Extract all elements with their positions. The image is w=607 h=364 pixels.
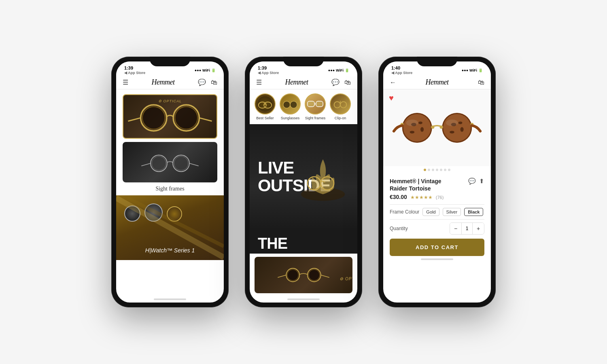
story-circle-clipon bbox=[330, 93, 351, 114]
screen-1: 1:39 ◀ App Store ●●●WiFi🔋 ☰ Hemmet 💬 🛍 ⚙… bbox=[116, 61, 224, 303]
menu-icon-2[interactable]: ☰ bbox=[256, 78, 262, 86]
story-sunglasses[interactable]: Sunglasses bbox=[280, 93, 301, 120]
colour-label: Frame Colour bbox=[390, 209, 419, 215]
story-circle-bestseller bbox=[255, 93, 276, 114]
share-icon[interactable]: ⬆ bbox=[479, 178, 484, 185]
qty-decrease-btn[interactable]: − bbox=[450, 223, 461, 234]
add-to-cart-button[interactable]: ADD TO CART bbox=[390, 239, 484, 256]
product-stars: ★★★★★ bbox=[410, 195, 433, 200]
heart-icon[interactable]: ♥ bbox=[389, 93, 394, 103]
brand-logo-3: Hemmet bbox=[426, 78, 449, 87]
story-clipon[interactable]: Clip-on bbox=[330, 93, 351, 120]
cart-icon-2[interactable]: 🛍 bbox=[344, 79, 351, 86]
time-1: 1:39 bbox=[124, 66, 145, 70]
dot-3[interactable] bbox=[432, 169, 434, 171]
svg-rect-21 bbox=[316, 101, 323, 106]
message-icon[interactable]: 💬 bbox=[468, 178, 476, 185]
svg-point-40 bbox=[410, 131, 414, 133]
nav-right-2: 💬 🛍 bbox=[331, 78, 351, 86]
brand-logo-2: Hemmet bbox=[285, 78, 308, 87]
hero-banner: LIVE OUTSIDE bbox=[250, 124, 357, 229]
dot-6[interactable] bbox=[444, 169, 446, 171]
screen-3: 1:40 ◀ App Store ●●●WiFi🔋 ← Hemmet 🛍 ♥ bbox=[383, 61, 491, 303]
divider-1 bbox=[390, 204, 484, 205]
svg-point-45 bbox=[461, 127, 464, 132]
story-sightframes[interactable]: Sight frames bbox=[305, 93, 326, 120]
svg-line-11 bbox=[189, 163, 199, 165]
product-name-line1: Hemmet® | Vintage bbox=[390, 178, 441, 185]
notch-2 bbox=[283, 57, 324, 66]
stories-row: Best Seller Sunglasses Sight frames bbox=[250, 89, 357, 124]
content-2: Best Seller Sunglasses Sight frames bbox=[250, 89, 357, 296]
dot-2[interactable] bbox=[428, 169, 430, 171]
phone-1: 1:39 ◀ App Store ●●●WiFi🔋 ☰ Hemmet 💬 🛍 ⚙… bbox=[111, 57, 229, 307]
svg-point-47 bbox=[431, 125, 434, 129]
time-2: 1:39 bbox=[258, 66, 279, 70]
back-store-3: ◀ App Store bbox=[391, 71, 412, 75]
chat-icon-2[interactable]: 💬 bbox=[331, 78, 340, 86]
product-price: €30.00 bbox=[390, 194, 407, 200]
cart-icon-1[interactable]: 🛍 bbox=[211, 79, 217, 86]
qty-increase-btn[interactable]: + bbox=[473, 223, 484, 234]
svg-line-5 bbox=[199, 118, 212, 121]
status-icons-2: ●●●WiFi🔋 bbox=[328, 68, 349, 72]
svg-point-19 bbox=[290, 101, 297, 108]
time-3: 1:40 bbox=[391, 66, 412, 70]
colour-black[interactable]: Black bbox=[464, 208, 483, 216]
svg-point-44 bbox=[458, 121, 463, 124]
svg-point-46 bbox=[450, 131, 454, 133]
story-label-clipon: Clip-on bbox=[335, 116, 346, 120]
product-card-bottom[interactable]: ⚙ OPTICAL bbox=[255, 257, 352, 293]
product-action-icons: 💬 ⬆ bbox=[468, 178, 484, 185]
dot-1[interactable] bbox=[424, 169, 426, 171]
svg-point-35 bbox=[402, 113, 432, 143]
back-store-2: ◀ App Store bbox=[258, 71, 279, 75]
svg-line-10 bbox=[141, 163, 151, 165]
notch-1 bbox=[150, 57, 190, 66]
quantity-control: − 1 + bbox=[450, 222, 484, 235]
phone-2: 1:39 ◀ App Store ●●●WiFi🔋 ☰ Hemmet 💬 🛍 bbox=[245, 57, 362, 307]
notch-3 bbox=[417, 57, 457, 66]
story-bestseller[interactable]: Best Seller bbox=[255, 93, 276, 120]
back-icon-3[interactable]: ← bbox=[390, 79, 396, 86]
content-1: ⚙ OPTICAL bbox=[116, 89, 224, 296]
svg-line-34 bbox=[321, 275, 329, 277]
optical-logo-2: ⚙ OPTICAL bbox=[340, 277, 352, 281]
home-indicator-3 bbox=[421, 258, 453, 260]
watch-banner[interactable]: H|Watch™ Series 1 bbox=[116, 195, 224, 260]
svg-point-7 bbox=[152, 156, 166, 170]
colour-gold[interactable]: Gold bbox=[422, 208, 439, 216]
svg-point-39 bbox=[420, 127, 424, 132]
menu-icon-1[interactable]: ☰ bbox=[123, 78, 128, 86]
screen-2: 1:39 ◀ App Store ●●●WiFi🔋 ☰ Hemmet 💬 🛍 bbox=[250, 61, 357, 303]
nav-bar-3: ← Hemmet 🛍 bbox=[383, 76, 491, 89]
story-label-sightframes: Sight frames bbox=[305, 116, 326, 120]
home-indicator-2 bbox=[287, 298, 320, 300]
nav-left-3: ← bbox=[390, 79, 396, 86]
dot-7[interactable] bbox=[448, 169, 450, 171]
dot-4[interactable] bbox=[436, 169, 438, 171]
svg-point-32 bbox=[309, 269, 320, 280]
story-label-sunglasses: Sunglasses bbox=[281, 116, 300, 120]
svg-point-23 bbox=[334, 102, 340, 108]
product-image-area: ♥ bbox=[383, 89, 491, 166]
svg-point-30 bbox=[287, 269, 298, 280]
svg-point-51 bbox=[406, 119, 418, 126]
dot-5[interactable] bbox=[440, 169, 442, 171]
product-reviews: (76) bbox=[436, 195, 444, 200]
title-row: Hemmet® | Vintage Raider Tortoise 💬 ⬆ bbox=[390, 178, 484, 192]
product-name-block: Hemmet® | Vintage Raider Tortoise bbox=[390, 178, 441, 192]
product-glasses-detail-svg bbox=[391, 106, 484, 150]
glasses-card-1[interactable]: ⚙ OPTICAL bbox=[123, 94, 217, 139]
glasses-card-2[interactable] bbox=[123, 142, 217, 182]
cart-icon-3[interactable]: 🛍 bbox=[478, 79, 484, 86]
phone-3: 1:40 ◀ App Store ●●●WiFi🔋 ← Hemmet 🛍 ♥ bbox=[378, 57, 496, 307]
colour-row: Frame Colour Gold Silver Black bbox=[390, 208, 484, 216]
colour-silver[interactable]: Silver bbox=[443, 208, 461, 216]
quantity-label: Quantity bbox=[390, 226, 408, 231]
optical-logo-1: ⚙ OPTICAL bbox=[158, 99, 182, 103]
chat-icon-1[interactable]: 💬 bbox=[198, 78, 206, 86]
svg-point-41 bbox=[442, 113, 472, 143]
story-circle-sunglasses bbox=[280, 93, 301, 114]
svg-point-18 bbox=[283, 101, 290, 108]
